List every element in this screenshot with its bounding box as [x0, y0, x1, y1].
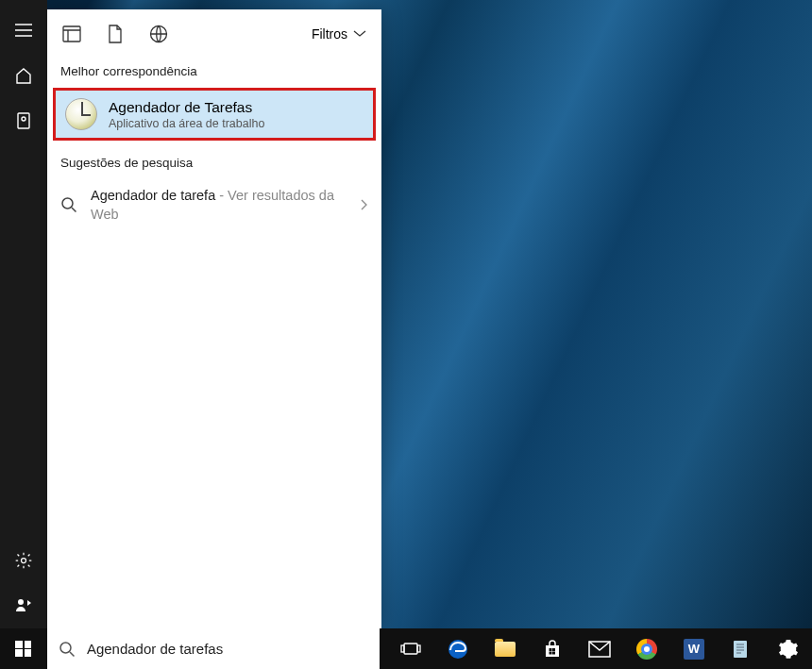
svg-rect-10 [417, 645, 420, 652]
svg-point-1 [22, 117, 25, 121]
svg-rect-9 [401, 645, 404, 652]
word-icon: W [684, 639, 704, 660]
notebook-icon[interactable] [1, 98, 46, 143]
windows-logo-icon [15, 641, 31, 657]
svg-rect-14 [550, 651, 552, 654]
clock-icon [65, 98, 97, 130]
search-icon [60, 196, 79, 215]
store-button[interactable] [529, 628, 576, 669]
chrome-icon [636, 639, 657, 660]
edge-browser-button[interactable] [434, 628, 482, 669]
taskbar: W [0, 628, 812, 669]
svg-point-3 [18, 599, 24, 605]
best-match-title: Agendador de Tarefas [109, 99, 264, 116]
menu-icon[interactable] [1, 8, 46, 53]
apps-filter-icon[interactable] [62, 25, 81, 42]
word-button[interactable]: W [670, 628, 718, 669]
cortana-nav-rail [0, 0, 47, 628]
chevron-right-icon [361, 198, 368, 213]
web-filter-icon[interactable] [149, 25, 168, 43]
chevron-down-icon [353, 30, 366, 38]
suggestions-header: Sugestões de pesquisa [47, 150, 381, 179]
best-match-header: Melhor correspondência [47, 59, 381, 88]
mail-button[interactable] [576, 628, 623, 669]
settings-gear-icon[interactable] [1, 538, 46, 583]
svg-rect-15 [552, 651, 555, 654]
svg-point-6 [62, 198, 73, 209]
file-explorer-button[interactable] [482, 628, 529, 669]
suggestion-text: Agendador de tarefa - Ver resultados da … [91, 187, 349, 224]
web-search-suggestion[interactable]: Agendador de tarefa - Ver resultados da … [47, 179, 381, 231]
task-view-button[interactable] [387, 628, 434, 669]
search-filter-tabs: Filtros [47, 9, 381, 59]
start-button[interactable] [0, 628, 47, 669]
svg-point-7 [60, 643, 71, 653]
best-match-subtitle: Aplicativo da área de trabalho [109, 117, 264, 130]
folder-icon [495, 642, 516, 657]
svg-rect-13 [552, 648, 555, 651]
search-icon [59, 641, 76, 658]
settings-button[interactable] [765, 628, 812, 669]
taskbar-search-box[interactable] [47, 628, 380, 669]
feedback-icon[interactable] [1, 583, 46, 628]
svg-rect-12 [550, 648, 552, 651]
best-match-result[interactable]: Agendador de Tarefas Aplicativo da área … [53, 88, 376, 141]
svg-rect-4 [63, 26, 80, 42]
svg-point-2 [22, 559, 26, 563]
search-input[interactable] [87, 641, 368, 657]
search-results-panel: Filtros Melhor correspondência Agendador… [47, 9, 381, 628]
chrome-button[interactable] [623, 628, 670, 669]
filters-label: Filtros [312, 26, 347, 42]
home-icon[interactable] [1, 53, 46, 98]
filters-dropdown[interactable]: Filtros [312, 26, 366, 42]
svg-rect-8 [404, 644, 417, 654]
documents-filter-icon[interactable] [108, 25, 123, 43]
svg-rect-16 [734, 641, 747, 658]
notepad-button[interactable] [718, 628, 765, 669]
